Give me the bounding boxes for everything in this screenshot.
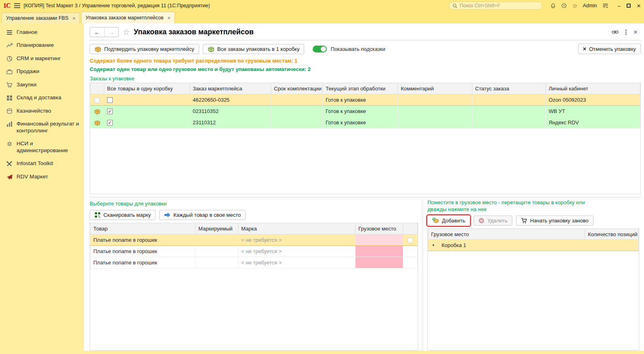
column-header-stage[interactable]: Текущий этап обработки bbox=[323, 83, 398, 94]
confirm-packing-button[interactable]: Подтвердить упаковку маркетплейсу bbox=[90, 44, 199, 54]
deadline-cell[interactable] bbox=[271, 105, 323, 117]
global-search[interactable] bbox=[449, 2, 543, 10]
tab-fbs-orders[interactable]: Управление заказами FBS × bbox=[2, 13, 80, 23]
column-header-package[interactable]: Грузовое место bbox=[428, 229, 585, 240]
deadline-cell[interactable] bbox=[271, 94, 323, 105]
favorite-star-icon[interactable]: ☆ bbox=[123, 27, 130, 37]
mark-cell[interactable]: < не требуется > bbox=[238, 234, 356, 245]
marked-cell[interactable] bbox=[196, 234, 238, 245]
account-cell[interactable]: Ozon 05092023 bbox=[546, 94, 640, 105]
stage-cell[interactable]: Готов к упаковке bbox=[323, 117, 398, 128]
product-cell[interactable]: Платье noname в горошек bbox=[90, 245, 196, 257]
delete-package-button[interactable]: Удалить bbox=[474, 216, 512, 226]
search-input[interactable] bbox=[460, 3, 539, 8]
sidebar-item-infostart-toolkit[interactable]: Infostart Toolkit bbox=[0, 157, 84, 170]
line-chart-icon bbox=[6, 42, 13, 48]
column-header-comment[interactable]: Комментарий bbox=[398, 83, 472, 94]
column-header-mark[interactable]: Марка bbox=[238, 223, 356, 234]
product-cell[interactable]: Платье noname в горошек bbox=[90, 257, 196, 268]
sidebar-item-rdv-market[interactable]: RDV Маркет bbox=[0, 170, 84, 183]
scan-mark-button[interactable]: Сканировать марку bbox=[90, 210, 156, 220]
column-header-product[interactable]: Товар bbox=[90, 223, 196, 234]
product-row[interactable]: Платье noname в горошек < не требуется > bbox=[90, 245, 418, 257]
comment-cell[interactable] bbox=[398, 105, 472, 117]
each-item-own-place-button[interactable]: Каждый товар в свое место bbox=[159, 210, 246, 220]
package-cell[interactable] bbox=[356, 245, 403, 257]
show-hints-toggle[interactable] bbox=[313, 46, 327, 52]
sidebar-item-finance[interactable]: Финансовый результат и контроллинг bbox=[0, 117, 84, 137]
link-icon[interactable] bbox=[612, 30, 619, 34]
mark-cell[interactable]: < не требуется > bbox=[238, 245, 356, 257]
order-row[interactable]: 46220650-0325 Готов к упаковке Ozon 0509… bbox=[90, 94, 640, 105]
cancel-packing-button[interactable]: × Отменить упаковку bbox=[578, 44, 641, 54]
deadline-cell[interactable] bbox=[271, 117, 323, 128]
column-header-deadline[interactable]: Срок комплектации bbox=[271, 83, 323, 94]
minimize-button[interactable]: – bbox=[618, 3, 621, 9]
current-user-label[interactable]: Admin bbox=[583, 3, 597, 8]
all-in-one-checkbox[interactable] bbox=[107, 97, 113, 103]
stage-cell[interactable]: Готов к упаковке bbox=[323, 105, 398, 117]
column-header-marked[interactable]: Маркируемый bbox=[196, 223, 238, 234]
marked-cell[interactable] bbox=[196, 257, 238, 268]
package-row[interactable]: • Коробка 1 bbox=[428, 240, 639, 251]
all-in-one-checkbox[interactable]: ✓ bbox=[107, 109, 113, 114]
sidebar-item-crm[interactable]: CRM и маркетинг bbox=[0, 52, 84, 65]
order-row[interactable]: ✓ 023110352 Готов к упаковке WB УТ bbox=[90, 105, 640, 117]
package-name-cell[interactable]: Коробка 1 bbox=[439, 240, 585, 251]
status-cell[interactable] bbox=[472, 105, 546, 117]
all-in-one-checkbox[interactable]: ✓ bbox=[107, 120, 113, 126]
product-row[interactable]: Платье noname в горошек < не требуется > bbox=[90, 257, 418, 268]
comment-cell[interactable] bbox=[398, 117, 472, 128]
package-cell[interactable] bbox=[356, 234, 403, 245]
order-number-cell[interactable]: 023110352 bbox=[190, 105, 271, 117]
sidebar-item-treasury[interactable]: Казначейство bbox=[0, 105, 84, 117]
column-header-all-in-one[interactable]: Все товары в одну коробку bbox=[104, 83, 190, 94]
tab-close-icon[interactable]: × bbox=[72, 15, 76, 21]
status-cell[interactable] bbox=[472, 117, 546, 128]
menu-functions-icon[interactable] bbox=[602, 3, 608, 8]
column-header-package[interactable]: Грузовое место bbox=[356, 223, 403, 234]
close-window-button[interactable]: × bbox=[637, 2, 641, 9]
column-header-marker[interactable] bbox=[90, 83, 104, 94]
comment-cell[interactable] bbox=[398, 94, 472, 105]
pack-all-one-box-button[interactable]: Все заказы упаковать в 1 коробку bbox=[203, 44, 305, 54]
sidebar-item-planning[interactable]: Планирование bbox=[0, 39, 84, 52]
sidebar-item-main[interactable]: Главное bbox=[0, 26, 84, 39]
order-number-cell[interactable]: 23110312 bbox=[190, 117, 271, 128]
marked-cell[interactable] bbox=[196, 245, 238, 257]
column-header-account[interactable]: Личный кабинет bbox=[546, 83, 640, 94]
more-actions-icon[interactable] bbox=[625, 29, 627, 35]
column-header-order[interactable]: Заказ маркетплейса bbox=[190, 83, 271, 94]
sidebar-item-purchases[interactable]: Закупки bbox=[0, 78, 84, 91]
order-row[interactable]: ✓ 23110312 Готов к упаковке Яндекс RDV bbox=[90, 117, 640, 128]
delete-icon bbox=[478, 218, 484, 224]
favorites-icon[interactable]: ☆ bbox=[572, 3, 577, 9]
mark-cell[interactable]: < не требуется > bbox=[238, 257, 356, 268]
add-package-button[interactable]: Добавить bbox=[427, 216, 470, 226]
package-count-cell[interactable] bbox=[585, 240, 639, 251]
account-cell[interactable]: Яндекс RDV bbox=[546, 117, 640, 128]
product-cell[interactable]: Платье noname в горошек bbox=[90, 234, 196, 245]
close-page-icon[interactable]: × bbox=[633, 28, 638, 36]
order-number-cell[interactable]: 46220650-0325 bbox=[190, 94, 271, 105]
tab-close-icon[interactable]: × bbox=[168, 15, 171, 21]
status-cell[interactable] bbox=[472, 94, 546, 105]
product-row[interactable]: Платье noname в горошек < не требуется > bbox=[90, 234, 418, 245]
stage-cell[interactable]: Готов к упаковке bbox=[323, 94, 398, 105]
maximize-button[interactable] bbox=[627, 4, 631, 8]
column-header-count[interactable]: Количество позиций bbox=[585, 229, 639, 240]
account-cell[interactable]: WB УТ bbox=[546, 105, 640, 117]
restart-packing-button[interactable]: Начать упаковку заново bbox=[516, 216, 593, 226]
back-button[interactable]: ← bbox=[90, 27, 104, 37]
row-bullet: • bbox=[428, 240, 439, 251]
package-cell[interactable] bbox=[356, 257, 403, 268]
notifications-bell-icon[interactable] bbox=[550, 3, 556, 9]
main-menu-icon[interactable] bbox=[14, 3, 20, 8]
tab-marketplace-packing[interactable]: Упаковка заказов маркетплейсов × bbox=[81, 12, 175, 23]
sidebar-item-sales[interactable]: Продажи bbox=[0, 65, 84, 78]
forward-button[interactable]: → bbox=[104, 27, 118, 37]
history-icon[interactable] bbox=[561, 3, 567, 8]
sidebar-item-warehouse[interactable]: Склад и доставка bbox=[0, 91, 84, 104]
sidebar-item-nsi-admin[interactable]: НСИ и администрирование bbox=[0, 137, 84, 157]
column-header-status[interactable]: Статус заказа bbox=[472, 83, 546, 94]
